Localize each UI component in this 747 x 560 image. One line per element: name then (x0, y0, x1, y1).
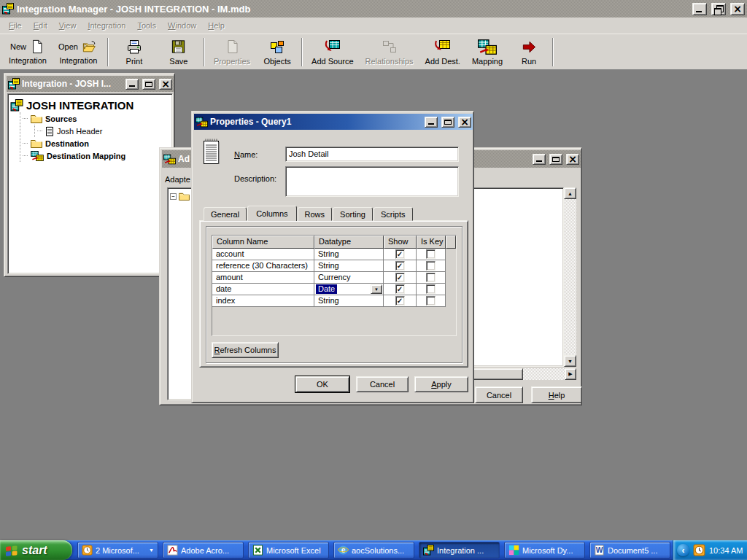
menu-file[interactable]: File (3, 19, 28, 32)
scrollbar-track[interactable] (564, 199, 576, 355)
minimize-button[interactable] (125, 79, 139, 90)
integration-window-titlebar[interactable]: Integration - JOSH I... (7, 76, 174, 92)
menu-tools[interactable]: Tools (131, 19, 162, 32)
close-button[interactable] (159, 79, 172, 90)
add-dest-button[interactable]: Add Dest. (419, 36, 466, 69)
menu-edit[interactable]: Edit (28, 19, 53, 32)
show-cell[interactable] (384, 260, 417, 272)
vertical-scrollbar[interactable]: ▲ ▼ (564, 187, 576, 367)
taskbar-task-group[interactable]: 2 Microsof... ▼ (77, 542, 158, 559)
minimize-button[interactable] (425, 117, 438, 128)
datatype-cell[interactable]: String (314, 249, 384, 260)
new-integration-button[interactable]: New Integration (3, 36, 53, 69)
is-key-cell[interactable] (417, 260, 446, 272)
minimize-button[interactable] (533, 154, 546, 165)
column-name-cell[interactable]: date (212, 284, 314, 295)
column-name-cell[interactable]: reference (30 Characters) (212, 260, 314, 272)
menu-integration[interactable]: Integration (82, 19, 131, 32)
tree-collapse-icon[interactable]: − (170, 193, 177, 200)
is-key-checkbox[interactable] (426, 273, 436, 282)
ok-button[interactable]: OK (295, 376, 349, 392)
tab-sorting[interactable]: Sorting (333, 207, 373, 221)
menu-help[interactable]: Help (202, 19, 231, 32)
datatype-cell[interactable]: String (314, 260, 384, 272)
scrollbar-track[interactable] (523, 368, 565, 380)
is-key-cell[interactable] (417, 284, 446, 295)
is-key-checkbox[interactable] (426, 249, 436, 259)
taskbar-task-dynamics[interactable]: Microsoft Dy... (504, 542, 585, 559)
close-button[interactable] (458, 117, 471, 128)
tray-clock-icon[interactable] (693, 544, 705, 556)
menu-view[interactable]: View (53, 19, 82, 32)
add-source-button[interactable]: Add Source (306, 36, 359, 69)
tree-item-destination[interactable]: Destination (23, 137, 170, 149)
refresh-columns-button[interactable]: Refresh Columns (212, 342, 279, 358)
menu-window[interactable]: Window (162, 19, 202, 32)
close-button[interactable] (730, 3, 745, 15)
maximize-button[interactable] (142, 79, 155, 90)
scroll-down-icon[interactable]: ▼ (564, 355, 576, 367)
datatype-cell[interactable]: Currency (314, 272, 384, 284)
description-input[interactable] (285, 166, 459, 197)
tree-item-josh-header[interactable]: Josh Header (37, 125, 170, 137)
show-cell[interactable] (384, 295, 417, 307)
tab-general[interactable]: General (204, 207, 247, 221)
show-cell[interactable] (384, 272, 417, 284)
column-name-cell[interactable]: amount (212, 272, 314, 284)
tree-item-destination-mapping[interactable]: Destination Mapping (23, 149, 170, 162)
datatype-combo[interactable]: Date ▼ (314, 284, 384, 295)
taskbar-task-integration[interactable]: Integration ... (419, 542, 500, 559)
name-input[interactable]: Josh Detail (285, 147, 459, 162)
maximize-button[interactable] (441, 117, 454, 128)
help-button[interactable]: Help (531, 386, 582, 403)
cancel-button[interactable]: Cancel (356, 376, 409, 392)
system-tray: ‹ 10:34 AM (673, 540, 747, 560)
start-button[interactable]: start (0, 540, 72, 560)
taskbar-task-aocsolutions[interactable]: aocSolutions... (333, 542, 414, 559)
show-cell[interactable] (384, 284, 417, 295)
column-name-cell[interactable]: index (212, 295, 314, 307)
show-checkbox[interactable] (395, 284, 405, 294)
dropdown-arrow-icon[interactable]: ▼ (371, 284, 382, 294)
cancel-button[interactable]: Cancel (475, 386, 523, 403)
tree-root-josh-integration[interactable]: JOSH INTEGRATION (10, 98, 170, 112)
show-checkbox[interactable] (395, 261, 405, 271)
scroll-right-icon[interactable]: ▶ (565, 368, 576, 380)
mapping-button[interactable]: Mapping (466, 36, 508, 69)
maximize-button[interactable] (549, 154, 562, 165)
is-key-cell[interactable] (417, 295, 446, 307)
is-key-checkbox[interactable] (426, 296, 436, 306)
tab-columns[interactable]: Columns (247, 206, 296, 221)
tab-scripts[interactable]: Scripts (374, 207, 413, 221)
minimize-button[interactable] (692, 3, 707, 15)
apply-button[interactable]: Apply (414, 376, 468, 392)
is-key-checkbox[interactable] (426, 261, 436, 271)
tab-rows[interactable]: Rows (298, 207, 333, 221)
hide-icons-chevron-icon[interactable]: ‹ (677, 544, 689, 556)
close-button[interactable] (566, 154, 579, 165)
is-key-cell[interactable] (417, 249, 446, 260)
show-checkbox[interactable] (395, 296, 405, 306)
taskbar-task-excel[interactable]: Microsoft Excel (248, 542, 329, 559)
tree-item-sources[interactable]: Sources (23, 112, 170, 125)
toolbar-separator (552, 38, 554, 66)
properties-dialog-titlebar[interactable]: Properties - Query1 (194, 114, 473, 130)
save-button[interactable]: Save (157, 36, 201, 69)
group-dropdown-icon[interactable]: ▼ (149, 548, 154, 553)
datatype-cell[interactable]: String (314, 295, 384, 307)
header-filler (446, 236, 456, 249)
restore-button[interactable] (711, 3, 726, 15)
show-checkbox[interactable] (395, 249, 405, 259)
print-button[interactable]: Print (112, 36, 157, 69)
column-name-cell[interactable]: account (212, 249, 314, 260)
scroll-up-icon[interactable]: ▲ (564, 187, 576, 199)
taskbar-task-document5[interactable]: Document5 ... (589, 542, 670, 559)
show-checkbox[interactable] (395, 273, 405, 282)
objects-button[interactable]: Objects (256, 36, 298, 69)
is-key-checkbox[interactable] (426, 284, 436, 294)
is-key-cell[interactable] (417, 272, 446, 284)
show-cell[interactable] (384, 249, 417, 260)
taskbar-task-acrobat[interactable]: Adobe Acro... (163, 542, 244, 559)
open-integration-button[interactable]: Open Integration (53, 36, 104, 69)
run-button[interactable]: Run (508, 36, 549, 69)
